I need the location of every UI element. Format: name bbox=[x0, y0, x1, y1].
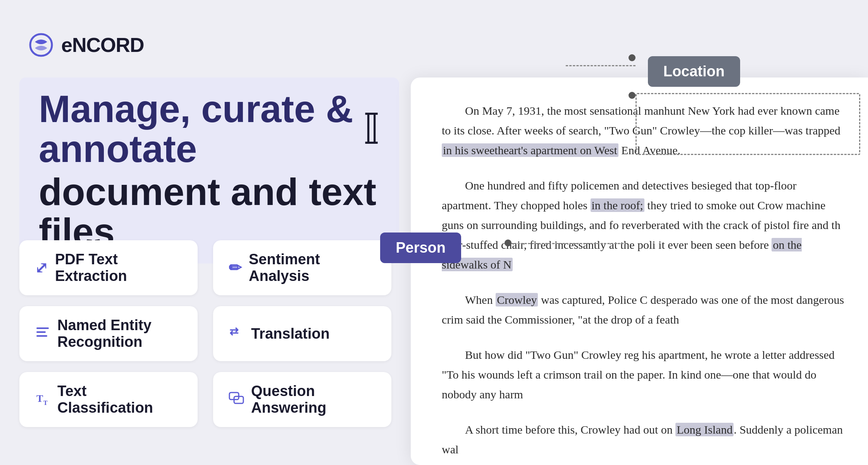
feature-tags-grid: ⤢ PDF Text Extraction ✏ Sentiment Analys… bbox=[19, 240, 391, 427]
doc-paragraph-4: But how did "Two Gun" Crowley reg his ap… bbox=[442, 345, 845, 404]
hero-title-line1: Manage, curate & annotate 𝕀 bbox=[39, 89, 380, 169]
location-dashed-box bbox=[636, 93, 860, 155]
person-highlight-1: Crowley bbox=[496, 293, 538, 307]
feature-pdf-extraction[interactable]: ⤢ PDF Text Extraction bbox=[19, 240, 198, 295]
svg-text:⇄: ⇄ bbox=[229, 326, 239, 338]
sentiment-icon: ✏ bbox=[229, 259, 242, 277]
logo-text: eNCORD bbox=[61, 33, 144, 57]
logo-area: eNCORD bbox=[27, 31, 144, 59]
svg-rect-0 bbox=[36, 327, 49, 329]
location-label: Location bbox=[648, 56, 740, 87]
doc-paragraph-3: When Crowley was captured, Police C desp… bbox=[442, 290, 845, 329]
location-connector-line bbox=[566, 65, 636, 66]
qa-icon bbox=[229, 390, 244, 409]
encord-logo-icon bbox=[27, 31, 55, 59]
question-answering-label: Question Answering bbox=[251, 383, 376, 416]
hero-title-box: Manage, curate & annotate 𝕀 document and… bbox=[19, 78, 399, 264]
svg-text:T: T bbox=[36, 393, 43, 404]
hero-title-line2: document and text files bbox=[39, 172, 380, 252]
pdf-extraction-label: PDF Text Extraction bbox=[55, 251, 182, 284]
text-classification-label: Text Classification bbox=[57, 383, 182, 416]
location-box-dot bbox=[629, 92, 636, 99]
feature-question-answering[interactable]: Question Answering bbox=[213, 372, 391, 427]
person-label: Person bbox=[380, 232, 461, 263]
svg-text:T: T bbox=[43, 400, 48, 406]
sentiment-analysis-label: Sentiment Analysis bbox=[249, 251, 376, 284]
feature-text-classification[interactable]: T T Text Classification bbox=[19, 372, 198, 427]
location-highlight-2: in the roof; bbox=[591, 198, 644, 212]
svg-rect-1 bbox=[36, 331, 46, 333]
feature-sentiment-analysis[interactable]: ✏ Sentiment Analysis bbox=[213, 240, 391, 295]
text-cursor-icon: 𝕀 bbox=[363, 108, 380, 150]
feature-ner[interactable]: Named Entity Recognition bbox=[19, 306, 198, 361]
location-highlight-4: Long Island bbox=[675, 423, 734, 436]
ner-label: Named Entity Recognition bbox=[57, 317, 182, 350]
location-highlight-1: in his sweetheart's apartment on West bbox=[442, 143, 618, 157]
feature-translation[interactable]: ⇄ Translation bbox=[213, 306, 391, 361]
doc-paragraph-2: One hundred and fifty policemen and dete… bbox=[442, 176, 845, 274]
hero-section: Manage, curate & annotate 𝕀 document and… bbox=[19, 78, 399, 267]
person-dot bbox=[505, 239, 512, 246]
text-class-icon: T T bbox=[35, 390, 50, 409]
pdf-icon: ⤢ bbox=[35, 259, 48, 277]
doc-paragraph-5: A short time before this, Crowley had ou… bbox=[442, 420, 845, 459]
person-connector-line bbox=[511, 243, 627, 244]
translation-label: Translation bbox=[251, 326, 330, 342]
translation-icon: ⇄ bbox=[229, 324, 244, 343]
ner-icon bbox=[35, 324, 50, 343]
location-dot bbox=[629, 54, 636, 61]
hero-line1-text: Manage, curate & annotate bbox=[39, 89, 355, 169]
svg-rect-2 bbox=[36, 335, 47, 337]
